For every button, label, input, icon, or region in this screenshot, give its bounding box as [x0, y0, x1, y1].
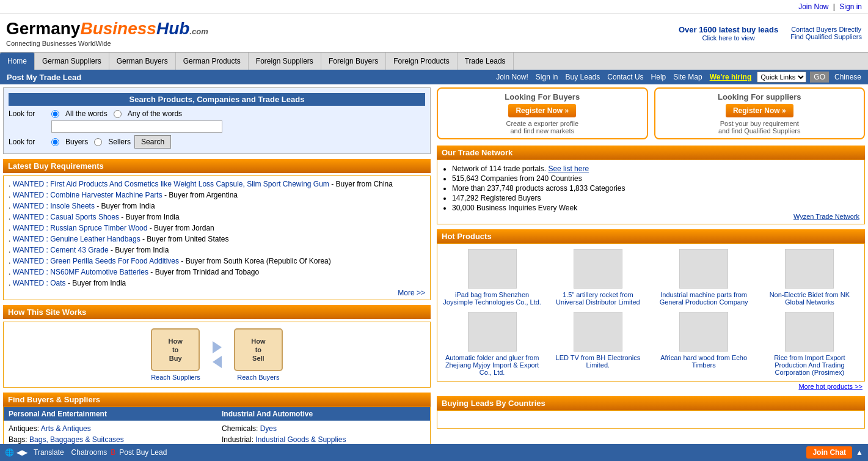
- hot-product-7-link[interactable]: African hard wood from Echo Timbers: [660, 354, 747, 369]
- hot-product-4-link[interactable]: Non-Electric Bidet from NK Global Networ…: [770, 291, 850, 306]
- see-list-link[interactable]: See list here: [548, 164, 589, 173]
- look-for-label: Look for: [9, 109, 51, 118]
- nav-home[interactable]: Home: [0, 53, 35, 70]
- hot-product-5-link[interactable]: Automatic folder and gluer from Zhejiang…: [445, 354, 539, 376]
- header-right-buyleads: Over 1600 latest buy leads Click here to…: [679, 25, 778, 42]
- sign-in-link[interactable]: Sign in: [839, 2, 862, 11]
- buy-list: . WANTED : First Aid Products And Cosmet…: [3, 175, 431, 300]
- buy-item-link[interactable]: WANTED : Combine Harvester Machine Parts: [13, 191, 162, 199]
- logo-tagline: Connecting Businesses WorldWide: [6, 40, 679, 47]
- personal-entertainment-title: Personal And Entertainment: [4, 407, 217, 421]
- join-chat-label: Join Chat: [812, 448, 846, 457]
- how-section: How This Site Works HowtoBuy Reach Suppl…: [3, 305, 431, 388]
- tradebar-help[interactable]: Help: [651, 73, 666, 81]
- nav-foreign-products[interactable]: Foreign Products: [386, 53, 457, 70]
- buy-leads-link[interactable]: Over 1600 latest buy leads Click here to…: [679, 25, 778, 42]
- nav-foreign-buyers[interactable]: Foreign Buyers: [321, 53, 386, 70]
- product-img-bidet: [785, 249, 834, 289]
- go-button[interactable]: GO: [810, 72, 829, 83]
- tradebar-contact-us[interactable]: Contact Us: [607, 73, 643, 81]
- more-hot-products-link[interactable]: More hot products >>: [798, 383, 863, 390]
- buy-item-link[interactable]: WANTED : Insole Sheets: [13, 202, 95, 210]
- hot-product-2: 1.5" artillery rocket from Universal Dis…: [545, 246, 650, 308]
- arts-antiques-link[interactable]: Arts & Antiques: [41, 424, 91, 433]
- globe-icon: 🌐: [5, 448, 14, 457]
- hot-product-8: Rice from Import Export Production And T…: [757, 309, 862, 378]
- chatrooms-link[interactable]: Chatrooms: [71, 448, 108, 457]
- buy-item-link[interactable]: WANTED : First Aid Products And Cosmetic…: [13, 180, 329, 188]
- contact-buyers-link[interactable]: Contact Buyers Directly Find Qualified S…: [790, 26, 862, 40]
- how-to-sell-item: HowtoSell Reach Buyers: [234, 328, 283, 381]
- tradebar-chinese[interactable]: Chinese: [834, 73, 861, 81]
- looking-suppliers-box: Looking For suppliers Register Now » Pos…: [654, 87, 866, 139]
- wyzen-trade-link[interactable]: Wyzen Trade Network: [793, 213, 859, 220]
- reach-suppliers-link[interactable]: Reach Suppliers: [151, 374, 200, 381]
- bags-link[interactable]: Bags, Baggages & Suitcases: [29, 435, 124, 444]
- buy-item-link[interactable]: WANTED : NS60MF Automotive Batteries: [13, 268, 148, 276]
- industrial-goods-link[interactable]: Industrial Goods & Supplies: [255, 435, 346, 444]
- wyzen-link[interactable]: Wyzen Trade Network: [442, 213, 859, 220]
- tradebar-buy-leads[interactable]: Buy Leads: [566, 73, 600, 81]
- register-suppliers-button[interactable]: Register Now »: [726, 104, 793, 117]
- all-words-label: All the words: [65, 109, 108, 118]
- nav-german-buyers[interactable]: German Buyers: [109, 53, 176, 70]
- looking-suppliers-text1: Post your buy requirement: [659, 120, 861, 127]
- hot-product-1-link[interactable]: iPad bag from Shenzhen Joysimple Technol…: [443, 291, 541, 306]
- radio-group-words: All the words Any of the words: [51, 109, 182, 118]
- logo-orange: Business: [80, 19, 156, 38]
- how-to-sell-icon: HowtoSell: [234, 328, 283, 371]
- nav-german-products[interactable]: German Products: [176, 53, 249, 70]
- buy-item-link[interactable]: WANTED : Oats: [13, 279, 66, 287]
- post-buy-link[interactable]: Post Buy Lead: [119, 448, 167, 457]
- hot-product-8-link[interactable]: Rice from Import Export Production And T…: [774, 354, 845, 376]
- reach-buyers-link[interactable]: Reach Buyers: [237, 374, 279, 381]
- buying-leads-body: [437, 410, 865, 429]
- look-for-label2: Look for: [9, 138, 51, 146]
- hot-more-link[interactable]: More hot products >>: [437, 382, 865, 391]
- nav-icons: ◀▶: [16, 448, 27, 457]
- register-buyers-button[interactable]: Register Now »: [508, 104, 576, 117]
- logo-title: GermanyBusinessHub.com: [6, 19, 679, 39]
- tradebar-site-map[interactable]: Site Map: [673, 73, 702, 81]
- radio-any-words[interactable]: [114, 110, 122, 118]
- join-now-link[interactable]: Join Now: [798, 2, 828, 11]
- trade-network-item-5: 30,000 Business Inquiries Every Week: [452, 203, 859, 213]
- radio-buyers[interactable]: [51, 138, 59, 146]
- latest-buy-section: Latest Buy Requirements . WANTED : First…: [3, 159, 431, 300]
- buy-item-link[interactable]: WANTED : Genuine Leather Handbags: [13, 235, 140, 243]
- translate-link[interactable]: Translate: [34, 448, 64, 457]
- hot-product-3-link[interactable]: Industrial machine parts from General Pr…: [660, 291, 748, 306]
- looking-suppliers-title: Looking For suppliers: [659, 92, 861, 101]
- nav-german-suppliers[interactable]: German Suppliers: [35, 53, 109, 70]
- buy-item-link[interactable]: WANTED : Russian Spruce Timber Wood: [13, 224, 148, 232]
- search-box: Search Products, Companies and Trade Lea…: [3, 87, 431, 154]
- logo-area: GermanyBusinessHub.com Connecting Busine…: [6, 19, 679, 47]
- search-input[interactable]: [51, 120, 222, 133]
- trade-network-item-1: Network of 114 trade portals. See list h…: [452, 164, 859, 174]
- join-chat-button[interactable]: Join Chat: [806, 446, 852, 459]
- radio-sellers[interactable]: [94, 138, 102, 146]
- buy-item-link[interactable]: WANTED : Casual Sports Shoes: [13, 213, 119, 221]
- trade-network-body: Network of 114 trade portals. See list h…: [437, 160, 865, 224]
- trade-network-item-4: 147,292 Registered Buyers: [452, 193, 859, 203]
- reach-suppliers-label: Reach Suppliers: [151, 374, 200, 381]
- header-right-contact: Contact Buyers Directly Find Qualified S…: [790, 26, 862, 40]
- post-trade-lead-link[interactable]: Post My Trade Lead: [7, 73, 81, 82]
- buy-item-link[interactable]: WANTED : Cement 43 Grade: [13, 246, 109, 254]
- buy-item-link[interactable]: WANTED : Green Perilla Seeds For Food Ad…: [13, 257, 179, 265]
- hot-product-6-link[interactable]: LED TV from BH Electronics Limited.: [556, 354, 641, 369]
- tradebar-sign-in[interactable]: Sign in: [536, 73, 558, 81]
- hot-product-2-link[interactable]: 1.5" artillery rocket from Universal Dis…: [556, 291, 640, 306]
- tradebar-hiring[interactable]: We're hiring: [710, 73, 752, 81]
- nav-foreign-suppliers[interactable]: Foreign Suppliers: [249, 53, 321, 70]
- quick-links-select[interactable]: Quick Links: [757, 72, 806, 83]
- bottom-bar: 🌐 ◀▶ Translate Chatrooms B Post Buy Lead…: [0, 444, 868, 461]
- dyes-link[interactable]: Dyes: [260, 424, 277, 433]
- radio-all-words[interactable]: [51, 110, 59, 118]
- logo-black: Germany: [6, 19, 80, 38]
- trade-bar: Post My Trade Lead Join Now! Sign in Buy…: [0, 70, 868, 84]
- tradebar-join-now[interactable]: Join Now!: [496, 73, 528, 81]
- more-buy-link[interactable]: More >>: [9, 289, 425, 297]
- search-button[interactable]: Search: [134, 135, 171, 149]
- nav-trade-leads[interactable]: Trade Leads: [458, 53, 514, 70]
